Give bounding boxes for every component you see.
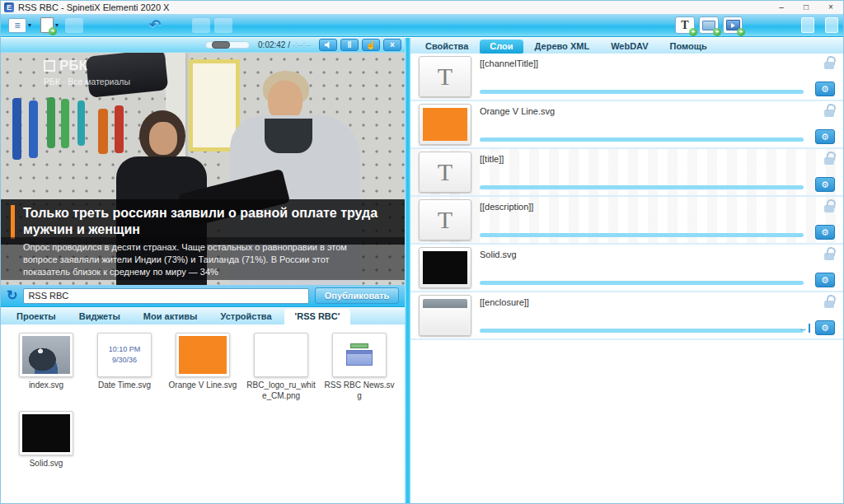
- layers-list: T [[channelTitle]] ⚙ Orange V Line.svg ⚙…: [410, 54, 843, 340]
- file-thumbnail: 10:10 PM 9/30/36: [97, 333, 152, 377]
- file-item-index[interactable]: index.svg: [11, 333, 82, 401]
- headline-text: Только треть россиян заявили о равной оп…: [23, 205, 390, 239]
- unlock-icon[interactable]: [824, 62, 834, 69]
- tab-properties[interactable]: Свойства: [415, 40, 478, 54]
- layer-settings-button[interactable]: ⚙: [815, 82, 835, 96]
- layer-row-orange-line[interactable]: Orange V Line.svg ⚙: [410, 101, 843, 149]
- tab-widgets[interactable]: Виджеты: [68, 309, 131, 324]
- file-item-datetime[interactable]: 10:10 PM 9/30/36 Date Time.svg: [89, 333, 160, 401]
- layer-label: [[title]]: [480, 154, 504, 164]
- file-thumbnail: [19, 333, 73, 377]
- tab-xml-tree[interactable]: Дерево XML: [525, 40, 600, 54]
- layer-label: [[channelTitle]]: [480, 58, 538, 68]
- add-text-button[interactable]: T +: [675, 16, 695, 34]
- layer-duration-slider[interactable]: [480, 185, 804, 189]
- gear-icon: ⚙: [821, 180, 829, 189]
- speaker-icon: [325, 41, 332, 49]
- publish-button[interactable]: Опубликовать: [315, 287, 399, 304]
- browser-tabbar: Проекты Виджеты Мои активы Устройства 'R…: [1, 307, 405, 324]
- playback-slider-thumb[interactable]: [212, 41, 230, 49]
- layer-duration-slider[interactable]: [480, 281, 804, 285]
- gear-icon: ⚙: [821, 276, 829, 285]
- layer-row-channeltitle[interactable]: T [[channelTitle]] ⚙: [410, 54, 843, 101]
- volume-button[interactable]: [319, 39, 337, 51]
- file-item-rss-news[interactable]: RSS RBC News.svg: [324, 333, 395, 401]
- close-preview-button[interactable]: ×: [383, 39, 401, 51]
- text-layer-thumbnail[interactable]: T: [419, 199, 471, 240]
- maximize-button[interactable]: □: [794, 1, 818, 14]
- unlock-icon[interactable]: [824, 205, 834, 212]
- snap-to-end-icon[interactable]: →: [799, 324, 810, 333]
- refresh-button[interactable]: ↻: [7, 289, 17, 302]
- layer-settings-button[interactable]: ⚙: [815, 177, 835, 192]
- unlock-icon[interactable]: [824, 301, 834, 308]
- channel-title-text: РБК: [59, 58, 87, 74]
- image-layer-thumbnail[interactable]: [419, 247, 471, 288]
- file-item-solid[interactable]: Solid.svg: [11, 411, 82, 469]
- text-layer-thumbnail[interactable]: T: [419, 56, 471, 97]
- layer-settings-button[interactable]: ⚙: [815, 129, 835, 144]
- rss-window-icon: [346, 350, 373, 366]
- photo-thumbnail: [22, 336, 70, 374]
- add-layer-button[interactable]: +: [699, 16, 719, 34]
- photo-tool: [61, 99, 69, 148]
- tab-my-assets[interactable]: Мои активы: [133, 309, 209, 324]
- unlock-icon[interactable]: [824, 253, 834, 260]
- add-text-icon: T: [681, 19, 688, 32]
- layer-row-solid[interactable]: Solid.svg ⚙: [410, 245, 843, 292]
- undo-button[interactable]: ↶: [147, 16, 163, 35]
- playback-progress-slider[interactable]: [205, 41, 250, 49]
- rss-widget-icon: [345, 343, 374, 366]
- tab-layers[interactable]: Слои: [480, 40, 523, 54]
- pause-icon: ‖: [348, 41, 352, 49]
- unlock-icon[interactable]: [824, 157, 834, 165]
- chevron-down-icon: ▾: [28, 21, 31, 29]
- layer-settings-button[interactable]: ⚙: [815, 320, 835, 335]
- tab-projects[interactable]: Проекты: [6, 309, 67, 324]
- interactive-mode-button[interactable]: ☝: [362, 39, 380, 51]
- text-layer-thumbnail[interactable]: T: [419, 152, 471, 193]
- disabled-toolbar-button: [214, 18, 232, 33]
- photo-tool: [47, 97, 55, 148]
- preview-canvas[interactable]: РБК РБК · Все материалы Только треть рос…: [1, 53, 405, 285]
- file-name: Orange V Line.svg: [169, 380, 237, 391]
- layer-duration-slider[interactable]: [480, 329, 804, 333]
- layer-duration-slider[interactable]: [480, 90, 804, 94]
- description-overlay: Опрос проводился в десяти странах. Чаще …: [1, 237, 405, 280]
- layer-row-enclosure[interactable]: [[enclosure]] → ⚙: [410, 292, 843, 340]
- hand-icon: ☝: [366, 41, 376, 49]
- tab-help[interactable]: Помощь: [660, 40, 717, 54]
- layer-duration-slider[interactable]: [480, 233, 804, 237]
- image-layer-thumbnail[interactable]: [419, 104, 471, 145]
- pane-splitter[interactable]: [405, 38, 410, 503]
- pause-button[interactable]: ‖: [340, 39, 359, 51]
- gear-icon: ⚙: [821, 133, 829, 142]
- main-area: 0:02:42 / -:--:-- ‖ ☝ ×: [1, 38, 843, 503]
- save-button-disabled: [65, 18, 83, 33]
- document-properties-button-disabled: [801, 17, 814, 33]
- channel-logo-overlay: РБК РБК · Все материалы: [44, 58, 130, 86]
- close-button[interactable]: ×: [818, 1, 843, 14]
- layer-settings-button[interactable]: ⚙: [815, 225, 835, 240]
- minimize-button[interactable]: –: [769, 1, 794, 14]
- add-media-button[interactable]: +: [723, 16, 743, 34]
- tab-webdav[interactable]: WebDAV: [601, 40, 658, 54]
- layer-duration-slider[interactable]: [480, 138, 804, 142]
- text-layer-icon: T: [438, 158, 452, 186]
- layer-row-description[interactable]: T [[description]] ⚙: [410, 197, 843, 245]
- layer-settings-button[interactable]: ⚙: [815, 273, 835, 287]
- layer-row-title[interactable]: T [[title]] ⚙: [410, 149, 843, 197]
- file-item-rbc-logo[interactable]: RBC_logo_ru_white_CM.png: [246, 333, 316, 401]
- frame-layer-thumbnail[interactable]: [419, 295, 471, 336]
- new-document-button[interactable]: + ▾: [38, 16, 61, 35]
- orange-vertical-line: [11, 205, 15, 239]
- project-name-input[interactable]: [23, 288, 309, 304]
- window-controls: – □ ×: [769, 1, 843, 14]
- file-name: Date Time.svg: [98, 380, 151, 391]
- frame-icon-body: [423, 308, 467, 332]
- menu-button[interactable]: ≡ ▾: [6, 16, 34, 35]
- unlock-icon[interactable]: [824, 110, 834, 117]
- tab-rss-rbc[interactable]: 'RSS RBC': [284, 309, 351, 324]
- file-item-orange-line[interactable]: Orange V Line.svg: [167, 333, 238, 401]
- tab-devices[interactable]: Устройства: [210, 309, 283, 324]
